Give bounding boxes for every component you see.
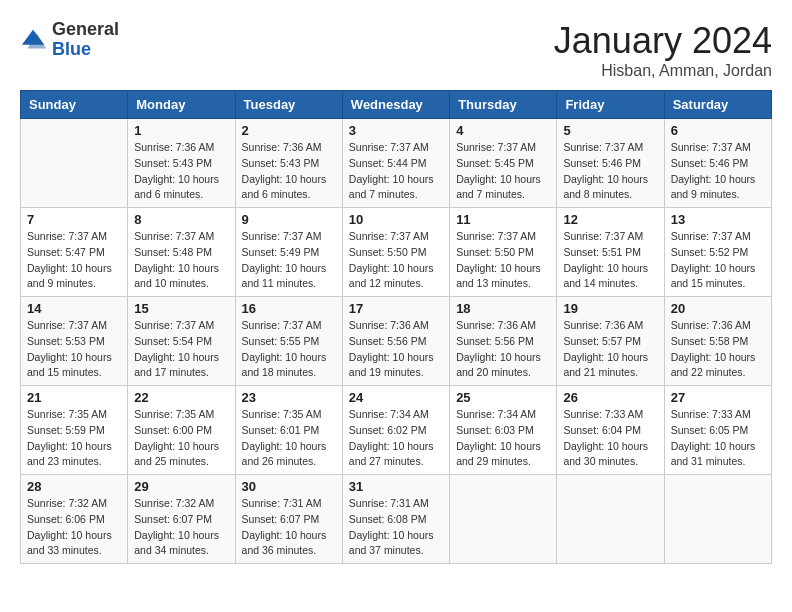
calendar-cell: 6Sunrise: 7:37 AM Sunset: 5:46 PM Daylig… xyxy=(664,119,771,208)
header-cell-wednesday: Wednesday xyxy=(342,91,449,119)
calendar-cell: 14Sunrise: 7:37 AM Sunset: 5:53 PM Dayli… xyxy=(21,297,128,386)
header-cell-saturday: Saturday xyxy=(664,91,771,119)
day-info: Sunrise: 7:37 AM Sunset: 5:55 PM Dayligh… xyxy=(242,318,336,381)
day-number: 5 xyxy=(563,123,657,138)
day-number: 23 xyxy=(242,390,336,405)
calendar-cell: 17Sunrise: 7:36 AM Sunset: 5:56 PM Dayli… xyxy=(342,297,449,386)
day-info: Sunrise: 7:37 AM Sunset: 5:45 PM Dayligh… xyxy=(456,140,550,203)
calendar-cell: 27Sunrise: 7:33 AM Sunset: 6:05 PM Dayli… xyxy=(664,386,771,475)
calendar-cell: 20Sunrise: 7:36 AM Sunset: 5:58 PM Dayli… xyxy=(664,297,771,386)
day-number: 12 xyxy=(563,212,657,227)
day-number: 14 xyxy=(27,301,121,316)
calendar-header: SundayMondayTuesdayWednesdayThursdayFrid… xyxy=(21,91,772,119)
calendar-cell: 2Sunrise: 7:36 AM Sunset: 5:43 PM Daylig… xyxy=(235,119,342,208)
day-info: Sunrise: 7:36 AM Sunset: 5:56 PM Dayligh… xyxy=(349,318,443,381)
calendar-cell: 28Sunrise: 7:32 AM Sunset: 6:06 PM Dayli… xyxy=(21,475,128,564)
calendar-cell: 10Sunrise: 7:37 AM Sunset: 5:50 PM Dayli… xyxy=(342,208,449,297)
day-number: 29 xyxy=(134,479,228,494)
day-number: 6 xyxy=(671,123,765,138)
location-subtitle: Hisban, Amman, Jordan xyxy=(554,62,772,80)
calendar-cell: 4Sunrise: 7:37 AM Sunset: 5:45 PM Daylig… xyxy=(450,119,557,208)
day-number: 16 xyxy=(242,301,336,316)
logo: General Blue xyxy=(20,20,119,60)
calendar-cell: 9Sunrise: 7:37 AM Sunset: 5:49 PM Daylig… xyxy=(235,208,342,297)
calendar-cell xyxy=(664,475,771,564)
day-info: Sunrise: 7:36 AM Sunset: 5:58 PM Dayligh… xyxy=(671,318,765,381)
day-info: Sunrise: 7:37 AM Sunset: 5:51 PM Dayligh… xyxy=(563,229,657,292)
day-info: Sunrise: 7:31 AM Sunset: 6:07 PM Dayligh… xyxy=(242,496,336,559)
calendar-cell: 15Sunrise: 7:37 AM Sunset: 5:54 PM Dayli… xyxy=(128,297,235,386)
month-title: January 2024 xyxy=(554,20,772,62)
day-info: Sunrise: 7:35 AM Sunset: 5:59 PM Dayligh… xyxy=(27,407,121,470)
header-cell-thursday: Thursday xyxy=(450,91,557,119)
day-info: Sunrise: 7:35 AM Sunset: 6:01 PM Dayligh… xyxy=(242,407,336,470)
header-cell-tuesday: Tuesday xyxy=(235,91,342,119)
day-number: 22 xyxy=(134,390,228,405)
day-number: 13 xyxy=(671,212,765,227)
day-info: Sunrise: 7:36 AM Sunset: 5:57 PM Dayligh… xyxy=(563,318,657,381)
day-info: Sunrise: 7:36 AM Sunset: 5:43 PM Dayligh… xyxy=(134,140,228,203)
day-info: Sunrise: 7:35 AM Sunset: 6:00 PM Dayligh… xyxy=(134,407,228,470)
day-number: 10 xyxy=(349,212,443,227)
day-number: 21 xyxy=(27,390,121,405)
title-block: January 2024 Hisban, Amman, Jordan xyxy=(554,20,772,80)
day-number: 3 xyxy=(349,123,443,138)
day-number: 4 xyxy=(456,123,550,138)
day-number: 31 xyxy=(349,479,443,494)
day-number: 1 xyxy=(134,123,228,138)
logo-text: General Blue xyxy=(52,20,119,60)
logo-icon xyxy=(20,26,48,54)
day-info: Sunrise: 7:37 AM Sunset: 5:53 PM Dayligh… xyxy=(27,318,121,381)
day-number: 11 xyxy=(456,212,550,227)
calendar-cell: 13Sunrise: 7:37 AM Sunset: 5:52 PM Dayli… xyxy=(664,208,771,297)
week-row-1: 1Sunrise: 7:36 AM Sunset: 5:43 PM Daylig… xyxy=(21,119,772,208)
day-info: Sunrise: 7:37 AM Sunset: 5:46 PM Dayligh… xyxy=(671,140,765,203)
header-cell-sunday: Sunday xyxy=(21,91,128,119)
calendar-cell: 25Sunrise: 7:34 AM Sunset: 6:03 PM Dayli… xyxy=(450,386,557,475)
day-info: Sunrise: 7:37 AM Sunset: 5:49 PM Dayligh… xyxy=(242,229,336,292)
day-info: Sunrise: 7:37 AM Sunset: 5:50 PM Dayligh… xyxy=(349,229,443,292)
day-info: Sunrise: 7:32 AM Sunset: 6:06 PM Dayligh… xyxy=(27,496,121,559)
calendar-cell xyxy=(450,475,557,564)
calendar-table: SundayMondayTuesdayWednesdayThursdayFrid… xyxy=(20,90,772,564)
calendar-cell: 21Sunrise: 7:35 AM Sunset: 5:59 PM Dayli… xyxy=(21,386,128,475)
calendar-body: 1Sunrise: 7:36 AM Sunset: 5:43 PM Daylig… xyxy=(21,119,772,564)
calendar-cell: 5Sunrise: 7:37 AM Sunset: 5:46 PM Daylig… xyxy=(557,119,664,208)
day-number: 19 xyxy=(563,301,657,316)
header-cell-friday: Friday xyxy=(557,91,664,119)
day-info: Sunrise: 7:37 AM Sunset: 5:46 PM Dayligh… xyxy=(563,140,657,203)
day-number: 2 xyxy=(242,123,336,138)
day-info: Sunrise: 7:31 AM Sunset: 6:08 PM Dayligh… xyxy=(349,496,443,559)
calendar-cell: 19Sunrise: 7:36 AM Sunset: 5:57 PM Dayli… xyxy=(557,297,664,386)
day-info: Sunrise: 7:37 AM Sunset: 5:52 PM Dayligh… xyxy=(671,229,765,292)
day-number: 18 xyxy=(456,301,550,316)
calendar-cell: 22Sunrise: 7:35 AM Sunset: 6:00 PM Dayli… xyxy=(128,386,235,475)
day-number: 28 xyxy=(27,479,121,494)
calendar-cell: 30Sunrise: 7:31 AM Sunset: 6:07 PM Dayli… xyxy=(235,475,342,564)
week-row-5: 28Sunrise: 7:32 AM Sunset: 6:06 PM Dayli… xyxy=(21,475,772,564)
day-info: Sunrise: 7:34 AM Sunset: 6:02 PM Dayligh… xyxy=(349,407,443,470)
day-info: Sunrise: 7:33 AM Sunset: 6:04 PM Dayligh… xyxy=(563,407,657,470)
calendar-cell: 7Sunrise: 7:37 AM Sunset: 5:47 PM Daylig… xyxy=(21,208,128,297)
day-number: 9 xyxy=(242,212,336,227)
calendar-cell: 24Sunrise: 7:34 AM Sunset: 6:02 PM Dayli… xyxy=(342,386,449,475)
calendar-cell: 23Sunrise: 7:35 AM Sunset: 6:01 PM Dayli… xyxy=(235,386,342,475)
day-info: Sunrise: 7:37 AM Sunset: 5:44 PM Dayligh… xyxy=(349,140,443,203)
day-number: 25 xyxy=(456,390,550,405)
calendar-cell: 11Sunrise: 7:37 AM Sunset: 5:50 PM Dayli… xyxy=(450,208,557,297)
day-info: Sunrise: 7:36 AM Sunset: 5:43 PM Dayligh… xyxy=(242,140,336,203)
calendar-cell: 3Sunrise: 7:37 AM Sunset: 5:44 PM Daylig… xyxy=(342,119,449,208)
day-number: 8 xyxy=(134,212,228,227)
day-number: 24 xyxy=(349,390,443,405)
header-row: SundayMondayTuesdayWednesdayThursdayFrid… xyxy=(21,91,772,119)
page-header: General Blue January 2024 Hisban, Amman,… xyxy=(20,20,772,80)
week-row-4: 21Sunrise: 7:35 AM Sunset: 5:59 PM Dayli… xyxy=(21,386,772,475)
calendar-cell: 18Sunrise: 7:36 AM Sunset: 5:56 PM Dayli… xyxy=(450,297,557,386)
day-number: 30 xyxy=(242,479,336,494)
calendar-cell: 31Sunrise: 7:31 AM Sunset: 6:08 PM Dayli… xyxy=(342,475,449,564)
calendar-cell: 12Sunrise: 7:37 AM Sunset: 5:51 PM Dayli… xyxy=(557,208,664,297)
calendar-cell: 16Sunrise: 7:37 AM Sunset: 5:55 PM Dayli… xyxy=(235,297,342,386)
day-info: Sunrise: 7:37 AM Sunset: 5:54 PM Dayligh… xyxy=(134,318,228,381)
day-number: 17 xyxy=(349,301,443,316)
day-info: Sunrise: 7:32 AM Sunset: 6:07 PM Dayligh… xyxy=(134,496,228,559)
